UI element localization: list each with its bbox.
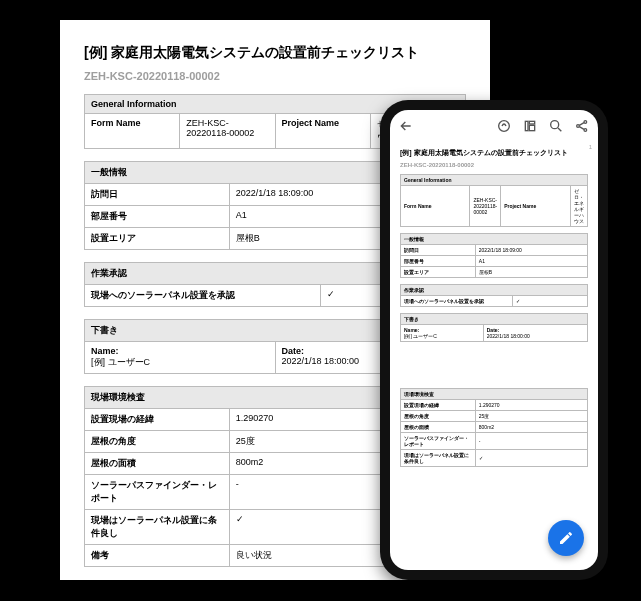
name-label: Name: xyxy=(91,346,119,356)
general-information-table: General Information Form Name ZEH-KSC-20… xyxy=(400,174,588,227)
edit-fab[interactable] xyxy=(548,520,584,556)
svg-rect-2 xyxy=(529,121,534,124)
date-label: Date: xyxy=(282,346,305,356)
ippan-table: 一般情報 訪問日2022/1/18 18:09:00 部屋番号A1 設置エリア屋… xyxy=(400,233,588,278)
share-icon[interactable] xyxy=(574,118,590,134)
document-id: ZEH-KSC-20220118-00002 xyxy=(400,162,588,168)
annotate-icon[interactable] xyxy=(496,118,512,134)
layout-icon[interactable] xyxy=(522,118,538,134)
phone-toolbar xyxy=(390,110,598,142)
genba-table: 現場環境検査 設置現場の経緯1.290270 屋根の角度25度 屋根の面積800… xyxy=(400,388,588,467)
name-value: [例] ユーザーC xyxy=(91,357,150,367)
phone-content[interactable]: 1 [例] 家庭用太陽電気システムの設置前チェックリスト ZEH-KSC-202… xyxy=(390,142,598,570)
search-icon[interactable] xyxy=(548,118,564,134)
page-title: [例] 家庭用太陽電気システムの設置前チェックリスト xyxy=(84,44,466,62)
phone-mockup: 1 [例] 家庭用太陽電気システムの設置前チェックリスト ZEH-KSC-202… xyxy=(380,100,608,580)
svg-point-0 xyxy=(499,121,510,132)
sagyou-table: 作業承認 現場へのソーラーパネル設置を承認✓ xyxy=(400,284,588,307)
svg-point-6 xyxy=(584,121,587,124)
document-id: ZEH-KSC-20220118-00002 xyxy=(84,70,466,82)
page-title: [例] 家庭用太陽電気システムの設置前チェックリスト xyxy=(400,148,588,158)
form-name-value: ZEH-KSC-20220118-00002 xyxy=(180,114,275,149)
svg-point-5 xyxy=(577,125,580,128)
date-value: 2022/1/18 18:00:00 xyxy=(282,356,360,366)
page-indicator: 1 xyxy=(589,144,592,150)
phone-screen: 1 [例] 家庭用太陽電気システムの設置前チェックリスト ZEH-KSC-202… xyxy=(390,110,598,570)
svg-rect-3 xyxy=(529,125,534,130)
back-icon[interactable] xyxy=(398,118,414,134)
svg-rect-1 xyxy=(525,121,528,130)
pencil-icon xyxy=(558,530,574,546)
svg-point-4 xyxy=(551,121,559,129)
project-name-label: Project Name xyxy=(275,114,370,149)
form-name-label: Form Name xyxy=(85,114,180,149)
svg-point-7 xyxy=(584,129,587,132)
shitagaki-table: 下書き Name:[例] ユーザーC Date:2022/1/18 18:00:… xyxy=(400,313,588,342)
